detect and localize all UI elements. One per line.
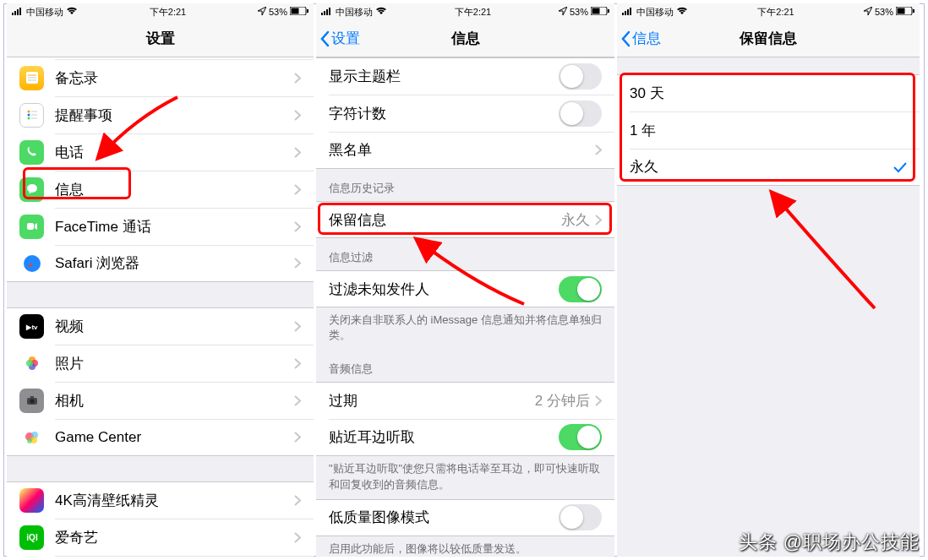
carrier-label: 中国移动	[336, 6, 373, 19]
svg-rect-6	[307, 9, 308, 13]
chevron-right-icon	[294, 73, 301, 84]
chevron-right-icon	[294, 532, 301, 543]
row-label: 黑名单	[329, 140, 595, 160]
row-gamecenter[interactable]: Game Center	[7, 419, 314, 456]
header-audio: 音频信息	[316, 350, 614, 382]
svg-rect-1	[14, 11, 16, 15]
row-iqiyi[interactable]: iQI 爱奇艺	[7, 519, 314, 556]
toggle-off[interactable]	[559, 504, 602, 530]
phone-icon	[19, 140, 44, 165]
svg-rect-40	[321, 13, 323, 15]
row-label: 保留信息	[329, 210, 561, 230]
option-30-days[interactable]: 30 天	[617, 74, 920, 111]
row-label: 视频	[55, 317, 294, 336]
row-messages[interactable]: 信息	[7, 171, 314, 208]
clock-label: 下午2:21	[150, 6, 186, 19]
chevron-right-icon	[294, 358, 301, 369]
svg-point-26	[26, 360, 33, 367]
watermark: 头条 @职场办公技能	[739, 530, 920, 555]
row-label: 提醒事项	[55, 106, 294, 125]
row-photos[interactable]: 照片	[7, 345, 314, 382]
pane-settings: 中国移动 下午2:21 53% 设置 日历	[7, 3, 314, 557]
safari-icon	[19, 251, 44, 275]
row-label: 相机	[55, 391, 294, 410]
row-expire[interactable]: 过期 2 分钟后	[316, 382, 614, 419]
row-reminders[interactable]: 提醒事项	[7, 96, 314, 133]
svg-point-13	[27, 111, 30, 113]
row-label: 过期	[329, 391, 535, 410]
svg-rect-41	[324, 11, 325, 15]
messages-icon	[19, 177, 44, 202]
status-bar: 中国移动 下午2:21 53%	[617, 3, 920, 20]
option-1-year[interactable]: 1 年	[617, 111, 920, 149]
svg-rect-47	[622, 13, 624, 15]
settings-scroll[interactable]: 日历 备忘录 提醒事项 电话 信	[7, 57, 314, 557]
row-label: 4K高清壁纸精灵	[55, 491, 294, 510]
chevron-left-icon	[319, 30, 330, 47]
svg-rect-50	[630, 8, 631, 15]
wifi-icon	[375, 7, 387, 17]
wallpaper-app-icon	[19, 488, 44, 513]
row-label: 低质量图像模式	[329, 508, 559, 527]
row-label: 1 年	[630, 121, 907, 140]
svg-rect-29	[30, 396, 34, 399]
battery-icon	[591, 7, 609, 17]
chevron-right-icon	[294, 147, 301, 158]
messages-scroll[interactable]: 显示主题栏 字符计数 黑名单 信息历史记录 保留信息 永久 信息过滤 过滤未知发…	[316, 57, 614, 557]
carrier-label: 中国移动	[26, 6, 63, 19]
back-label: 设置	[331, 29, 360, 48]
checkmark-icon	[893, 161, 907, 173]
back-button[interactable]: 设置	[319, 20, 360, 57]
battery-percent: 53%	[875, 7, 893, 17]
svg-rect-42	[326, 9, 328, 15]
location-icon	[864, 7, 872, 17]
svg-point-19	[27, 184, 37, 193]
facetime-icon	[19, 215, 44, 239]
svg-point-14	[27, 114, 30, 117]
nav-bar: 设置	[7, 20, 314, 57]
signal-icon	[622, 7, 634, 17]
row-label: 字符计数	[329, 104, 559, 123]
chevron-right-icon	[595, 215, 602, 226]
row-char-count[interactable]: 字符计数	[316, 95, 614, 132]
photos-icon	[19, 351, 44, 376]
row-label: 爱奇艺	[55, 528, 294, 547]
carrier-label: 中国移动	[636, 6, 674, 19]
back-button[interactable]: 信息	[620, 20, 661, 57]
row-label: 电话	[55, 143, 294, 162]
chevron-right-icon	[294, 395, 301, 406]
toggle-off[interactable]	[559, 63, 602, 90]
gamecenter-icon	[19, 425, 44, 449]
chevron-right-icon	[294, 258, 301, 269]
svg-point-28	[30, 400, 34, 404]
option-forever[interactable]: 永久	[617, 149, 920, 186]
row-show-subject[interactable]: 显示主题栏	[316, 57, 614, 95]
pane-keep-messages: 中国移动 下午2:21 53% 信息 保留信息 30 天 1 年 永久	[617, 3, 920, 557]
nav-bar: 设置 信息	[316, 20, 614, 57]
svg-text:▶tv: ▶tv	[25, 323, 38, 331]
location-icon	[258, 7, 266, 17]
svg-rect-53	[913, 9, 914, 13]
toggle-on[interactable]	[559, 276, 602, 302]
row-lowq[interactable]: 低质量图像模式	[316, 499, 614, 536]
toggle-off[interactable]	[559, 101, 602, 127]
svg-rect-0	[12, 13, 14, 15]
row-tv[interactable]: ▶tv 视频	[7, 307, 314, 345]
row-baidu[interactable]: 百度	[7, 556, 314, 557]
toggle-on[interactable]	[559, 424, 602, 450]
svg-rect-52	[897, 8, 904, 14]
chevron-left-icon	[620, 30, 630, 47]
row-wallpaper[interactable]: 4K高清壁纸精灵	[7, 481, 314, 519]
row-notes[interactable]: 备忘录	[7, 59, 314, 96]
chevron-right-icon	[294, 110, 301, 121]
row-filter-unknown[interactable]: 过滤未知发件人	[316, 270, 614, 307]
row-blacklist[interactable]: 黑名单	[316, 132, 614, 169]
row-keep-messages[interactable]: 保留信息 永久	[316, 201, 614, 238]
row-facetime[interactable]: FaceTime 通话	[7, 208, 314, 245]
row-label: 备忘录	[55, 68, 294, 88]
row-safari[interactable]: Safari 浏览器	[7, 245, 314, 282]
row-camera[interactable]: 相机	[7, 382, 314, 419]
row-phone[interactable]: 电话	[7, 133, 314, 171]
row-raise[interactable]: 贴近耳边听取	[316, 419, 614, 456]
keep-scroll[interactable]: 30 天 1 年 永久	[617, 57, 920, 557]
